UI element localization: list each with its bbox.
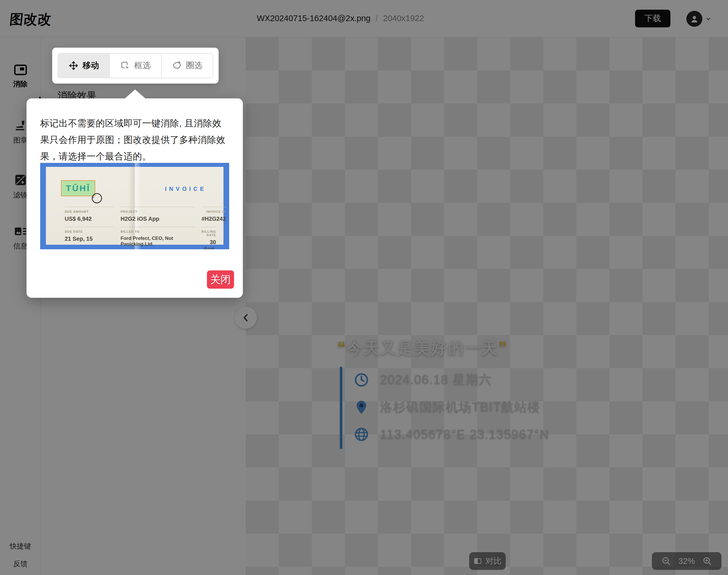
erase-toolbar: 移动 框选 圈选 [52,47,219,83]
tool-label: 圈选 [186,60,203,71]
demo-cursor [92,193,102,203]
tool-label: 移动 [83,60,99,71]
tool-label: 框选 [134,60,151,71]
demo-field: INVOICE ID #H2G242 [202,207,226,222]
demo-selection-highlight: TŪHĪ [61,180,95,196]
tool-segmented-control: 移动 框选 圈选 [58,53,213,78]
box-select-icon [120,61,130,71]
app-window: 图改改 WX20240715-162404@2x.png / 2040x1922… [0,0,728,575]
tool-lasso-select[interactable]: 圈选 [161,54,213,77]
demo-field: DUE DATE 21 Sep, 15 [65,227,114,249]
close-button[interactable]: 关闭 [207,270,234,289]
popup-arrow [124,90,146,99]
demo-field: BILLED TO Ford Prefect, CEO, Not Panicki… [120,227,195,249]
demo-field: BILLING DATE 30 Aug, 15 [202,227,216,249]
erase-guide-popup: 标记出不需要的区域即可一键消除, 且消除效果只会作用于原图；图改改提供了多种消除… [27,98,243,298]
demo-invoice-title: INVOICE [165,186,206,192]
tool-move[interactable]: 移动 [58,54,110,77]
guide-demo-image: TŪHĪ INVOICE DUE AMOUNT US$ 6,942 PROJEC… [40,163,229,249]
demo-field: PROJECT H2G2 iOS App [120,207,195,222]
lasso-select-icon [172,61,182,71]
move-icon [68,61,79,71]
demo-field-row: DUE AMOUNT US$ 6,942 PROJECT H2G2 iOS Ap… [65,207,212,222]
guide-description: 标记出不需要的区域即可一键消除, 且消除效果只会作用于原图；图改改提供了多种消除… [40,115,230,165]
demo-field: DUE AMOUNT US$ 6,942 [65,207,114,222]
tool-box-select[interactable]: 框选 [110,54,161,77]
demo-logo-text: TŪHĪ [66,183,90,193]
demo-field-row: DUE DATE 21 Sep, 15 BILLED TO Ford Prefe… [65,227,212,249]
